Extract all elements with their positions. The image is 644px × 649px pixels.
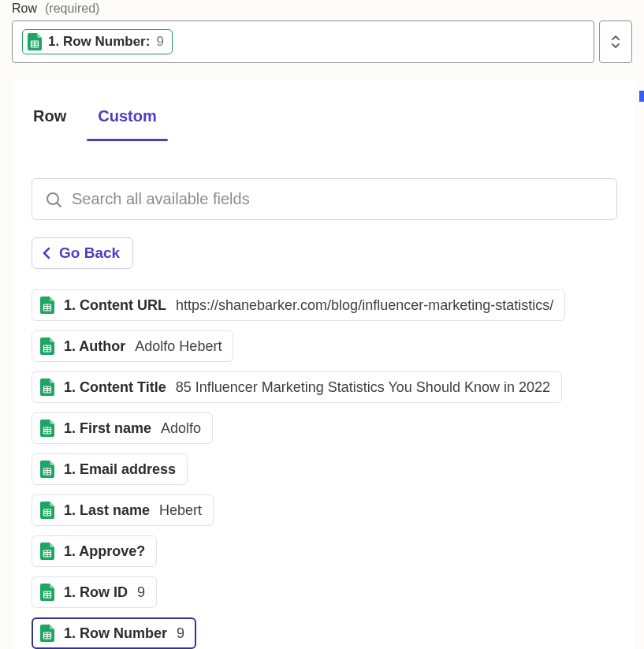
field-item-value: Adolfo Hebert — [135, 338, 221, 355]
sheets-icon — [40, 543, 54, 560]
field-item[interactable]: 1. Row Number9 — [32, 617, 196, 649]
field-item-label: 1. First name — [64, 420, 151, 437]
field-item[interactable]: 1. Content URLhttps://shanebarker.com/bl… — [32, 289, 565, 321]
field-item[interactable]: 1. Approve? — [32, 535, 157, 567]
field-list: 1. Content URLhttps://shanebarker.com/bl… — [32, 289, 617, 649]
search-icon — [45, 191, 62, 208]
sheets-icon — [40, 420, 54, 437]
field-item-value: https://shanebarker.com/blog/influencer-… — [176, 297, 553, 314]
selected-pill-value: 9 — [156, 34, 163, 50]
sheets-icon — [40, 502, 54, 519]
field-item[interactable]: 1. Row ID9 — [32, 576, 157, 608]
sheets-icon — [28, 33, 42, 50]
field-item-value: 85 Influencer Marketing Statistics You S… — [176, 379, 550, 396]
row-select: 1. Row Number: 9 — [12, 21, 632, 63]
sheets-icon — [40, 297, 54, 314]
field-header: Row (required) — [12, 0, 632, 21]
chevron-left-icon — [42, 246, 51, 260]
field-item-value: 9 — [137, 584, 145, 601]
sheets-icon — [40, 461, 54, 478]
selected-pill-label: 1. Row Number: — [48, 34, 150, 50]
field-item[interactable]: 1. AuthorAdolfo Hebert — [32, 330, 233, 362]
tab-row[interactable]: Row — [32, 99, 68, 141]
sheets-icon — [40, 379, 54, 396]
field-item-label: 1. Content Title — [64, 379, 166, 396]
field-item-label: 1. Row ID — [64, 584, 128, 601]
field-item-label: 1. Email address — [64, 461, 176, 478]
field-item[interactable]: 1. Last nameHebert — [32, 494, 214, 526]
field-item-label: 1. Last name — [64, 502, 150, 519]
sheets-icon — [40, 625, 54, 642]
field-required-text: (required) — [45, 2, 99, 16]
field-item-value: 9 — [177, 625, 184, 642]
go-back-label: Go Back — [59, 244, 120, 262]
field-item-label: 1. Row Number — [64, 625, 167, 642]
field-item-label: 1. Author — [64, 338, 125, 355]
field-item[interactable]: 1. Email address — [32, 453, 188, 485]
search-field[interactable] — [32, 178, 617, 220]
sheets-icon — [40, 338, 54, 355]
search-input[interactable] — [72, 190, 604, 208]
field-picker-panel: Row Custom Go Back 1. Content URLhttps:/… — [13, 79, 636, 649]
row-select-value[interactable]: 1. Row Number: 9 — [12, 21, 594, 63]
row-select-toggle[interactable] — [599, 21, 632, 63]
field-label-text: Row — [12, 2, 37, 16]
svg-line-5 — [58, 203, 61, 207]
field-item-label: 1. Approve? — [64, 543, 145, 560]
field-item[interactable]: 1. First nameAdolfo — [32, 412, 213, 444]
picker-tabs: Row Custom — [32, 79, 617, 142]
page-accent — [639, 91, 644, 102]
field-item-value: Hebert — [159, 502, 202, 519]
selected-pill: 1. Row Number: 9 — [22, 29, 173, 54]
field-item[interactable]: 1. Content Title85 Influencer Marketing … — [32, 371, 562, 403]
go-back-button[interactable]: Go Back — [32, 237, 133, 269]
field-item-label: 1. Content URL — [64, 297, 166, 314]
tab-custom[interactable]: Custom — [96, 99, 158, 141]
field-item-value: Adolfo — [161, 420, 201, 437]
sheets-icon — [40, 584, 54, 601]
chevron-updown-icon — [609, 33, 622, 50]
